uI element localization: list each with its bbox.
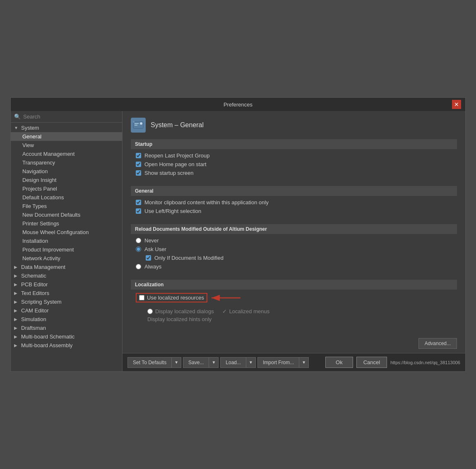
sidebar-account-label: Account Management	[22, 151, 75, 157]
localization-header: Localization	[131, 280, 457, 290]
sidebar-item-installation[interactable]: Installation	[11, 237, 122, 245]
set-to-defaults-button[interactable]: Set To Defaults	[127, 357, 172, 368]
use-localized-resources-row[interactable]: Use localized resources	[136, 293, 207, 302]
left-right-selection-checkbox[interactable]	[136, 208, 141, 214]
show-startup-screen-row[interactable]: Show startup screen	[136, 170, 452, 176]
sidebar-pcb-editor-label: PCB Editor	[21, 281, 48, 288]
startup-header: Startup	[131, 139, 457, 149]
sidebar-cam-editor-label: CAM Editor	[21, 307, 48, 314]
advanced-button[interactable]: Advanced...	[418, 338, 457, 349]
save-button[interactable]: Save...	[183, 357, 209, 368]
expand-arrow-icon: ▼	[14, 126, 19, 130]
sidebar-item-data-management[interactable]: ▶ Data Management	[11, 263, 122, 271]
sidebar-projects-panel-label: Projects Panel	[22, 186, 57, 192]
reopen-last-project-checkbox[interactable]	[136, 153, 141, 158]
ask-user-radio[interactable]	[136, 247, 141, 252]
sidebar-item-system[interactable]: ▼ System	[11, 123, 122, 132]
left-right-selection-label: Use Left/Right selection	[144, 208, 201, 214]
sidebar-item-new-document-defaults[interactable]: New Document Defaults	[11, 210, 122, 219]
sidebar-item-general[interactable]: General	[11, 132, 122, 141]
content-area: System – General Startup Reopen Last Pro…	[123, 111, 465, 336]
sidebar-tree: ▼ System General View Account Management…	[11, 123, 122, 371]
sidebar-item-projects-panel[interactable]: Projects Panel	[11, 184, 122, 193]
ask-user-row[interactable]: Ask User	[136, 246, 452, 252]
always-radio[interactable]	[136, 264, 141, 269]
sidebar-transparency-label: Transparency	[22, 160, 55, 166]
sidebar-item-design-insight[interactable]: Design Insight	[11, 176, 122, 184]
sidebar-item-schematic[interactable]: ▶ Schematic	[11, 271, 122, 280]
sidebar-item-multiboard-schematic[interactable]: ▶ Multi-board Schematic	[11, 332, 122, 341]
sidebar-new-document-defaults-label: New Document Defaults	[22, 212, 80, 218]
title-bar: Preferences ✕	[11, 98, 465, 111]
sidebar-mouse-wheel-label: Mouse Wheel Configuration	[22, 229, 89, 235]
import-from-button[interactable]: Import From...	[257, 357, 299, 368]
only-if-modified-checkbox[interactable]	[146, 255, 151, 261]
sidebar-item-multiboard-assembly[interactable]: ▶ Multi-board Assembly	[11, 341, 122, 350]
sidebar-general-label: General	[22, 133, 41, 140]
sidebar-item-pcb-editor[interactable]: ▶ PCB Editor	[11, 280, 122, 289]
sidebar-item-view[interactable]: View	[11, 141, 122, 150]
expand-arrow-icon: ▶	[14, 326, 19, 330]
set-to-defaults-dropdown[interactable]: ▼	[172, 357, 181, 368]
expand-arrow-icon: ▶	[14, 308, 19, 313]
sidebar-multiboard-assembly-label: Multi-board Assembly	[21, 342, 72, 348]
sidebar-item-product-improvement[interactable]: Product Improvement	[11, 245, 122, 254]
show-startup-screen-checkbox[interactable]	[136, 170, 141, 176]
save-dropdown[interactable]: ▼	[209, 357, 219, 368]
close-button[interactable]: ✕	[452, 100, 461, 109]
sidebar-item-simulation[interactable]: ▶ Simulation	[11, 315, 122, 324]
open-home-page-checkbox[interactable]	[136, 162, 141, 167]
only-if-modified-label-row[interactable]: Only If Document Is Modified	[146, 255, 452, 261]
general-body: Monitor clipboard content within this ap…	[131, 199, 457, 218]
dialog-title: Preferences	[24, 102, 452, 108]
cancel-button[interactable]: Cancel	[356, 357, 387, 368]
display-hints-label: Display localized hints only	[147, 316, 212, 322]
sidebar-item-network-activity[interactable]: Network Activity	[11, 254, 122, 263]
open-home-page-row[interactable]: Open Home page on start	[136, 161, 452, 167]
sidebar-item-text-editors[interactable]: ▶ Text Editors	[11, 289, 122, 297]
search-input[interactable]	[23, 114, 119, 120]
never-radio[interactable]	[136, 238, 141, 243]
sidebar-item-draftsman[interactable]: ▶ Draftsman	[11, 324, 122, 332]
localization-body: Use localized resources Display localize…	[131, 293, 457, 324]
search-box: 🔍	[11, 111, 122, 123]
sidebar-item-cam-editor[interactable]: ▶ CAM Editor	[11, 306, 122, 315]
svg-rect-2	[135, 125, 137, 126]
always-row[interactable]: Always	[136, 264, 452, 270]
sidebar-item-transparency[interactable]: Transparency	[11, 158, 122, 167]
ok-button[interactable]: Ok	[325, 357, 353, 368]
reopen-last-project-label: Reopen Last Project Group	[144, 152, 210, 159]
reload-header: Reload Documents Modified Outside of Alt…	[131, 224, 457, 234]
open-home-page-label: Open Home page on start	[144, 161, 207, 167]
svg-point-3	[140, 122, 142, 125]
sidebar-item-account-management[interactable]: Account Management	[11, 150, 122, 158]
startup-body: Reopen Last Project Group Open Home page…	[131, 152, 457, 180]
import-from-dropdown[interactable]: ▼	[299, 357, 309, 368]
sidebar-item-file-types[interactable]: File Types	[11, 202, 122, 210]
never-row[interactable]: Never	[136, 237, 452, 244]
monitor-clipboard-row[interactable]: Monitor clipboard content within this ap…	[136, 199, 452, 205]
sidebar-multiboard-schematic-label: Multi-board Schematic	[21, 334, 75, 340]
sidebar-product-improvement-label: Product Improvement	[22, 247, 74, 253]
use-localized-resources-checkbox[interactable]	[139, 295, 144, 300]
sidebar-item-scripting-system[interactable]: ▶ Scripting System	[11, 297, 122, 306]
monitor-clipboard-checkbox[interactable]	[136, 200, 141, 205]
localization-section: Localization	[131, 280, 457, 324]
load-button[interactable]: Load...	[220, 357, 246, 368]
left-right-selection-row[interactable]: Use Left/Right selection	[136, 208, 452, 214]
localized-menus-check-icon: ✓	[222, 308, 227, 314]
expand-arrow-icon: ▶	[14, 273, 19, 278]
display-localized-dialogs-radio[interactable]	[147, 309, 153, 314]
sidebar-default-locations-label: Default Locations	[22, 194, 64, 201]
sidebar-item-mouse-wheel[interactable]: Mouse Wheel Configuration	[11, 228, 122, 237]
set-to-defaults-group: Set To Defaults ▼	[127, 357, 181, 368]
sidebar-item-printer-settings[interactable]: Printer Settings	[11, 219, 122, 228]
search-icon: 🔍	[14, 114, 21, 120]
use-localized-resources-label: Use localized resources	[147, 295, 204, 301]
load-dropdown[interactable]: ▼	[246, 357, 256, 368]
sidebar-item-default-locations[interactable]: Default Locations	[11, 193, 122, 202]
main-content: System – General Startup Reopen Last Pro…	[123, 111, 465, 371]
annotation-arrow	[209, 292, 243, 304]
sidebar-item-navigation[interactable]: Navigation	[11, 167, 122, 176]
reopen-last-project-row[interactable]: Reopen Last Project Group	[136, 152, 452, 159]
